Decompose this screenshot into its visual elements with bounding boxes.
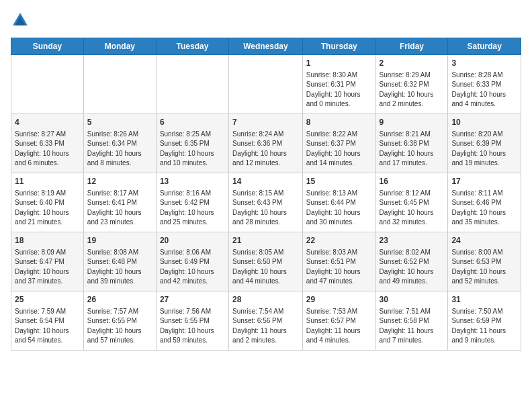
day-number: 25	[15, 294, 80, 306]
day-number: 11	[15, 176, 80, 187]
calendar-cell: 31Sunrise: 7:50 AM Sunset: 6:59 PM Dayli…	[448, 291, 521, 351]
day-number: 29	[306, 294, 372, 306]
calendar-cell: 21Sunrise: 8:05 AM Sunset: 6:50 PM Dayli…	[229, 232, 303, 291]
day-info: Sunrise: 8:06 AM Sunset: 6:49 PM Dayligh…	[160, 248, 225, 287]
day-info: Sunrise: 8:30 AM Sunset: 6:31 PM Dayligh…	[306, 71, 372, 109]
calendar-header: SundayMondayTuesdayWednesdayThursdayFrid…	[11, 38, 521, 55]
calendar-cell: 6Sunrise: 8:25 AM Sunset: 6:35 PM Daylig…	[156, 114, 228, 173]
day-info: Sunrise: 8:08 AM Sunset: 6:48 PM Dayligh…	[87, 248, 152, 287]
logo	[11, 11, 31, 30]
day-info: Sunrise: 8:26 AM Sunset: 6:34 PM Dayligh…	[87, 130, 152, 169]
day-number: 26	[87, 294, 152, 306]
calendar-body: 1Sunrise: 8:30 AM Sunset: 6:31 PM Daylig…	[11, 55, 521, 351]
day-number: 21	[232, 235, 299, 246]
calendar-cell: 30Sunrise: 7:51 AM Sunset: 6:58 PM Dayli…	[375, 291, 448, 351]
calendar-cell: 27Sunrise: 7:56 AM Sunset: 6:55 PM Dayli…	[156, 291, 228, 351]
calendar-cell: 3Sunrise: 8:28 AM Sunset: 6:33 PM Daylig…	[448, 55, 521, 114]
day-number: 23	[380, 235, 445, 246]
day-info: Sunrise: 8:17 AM Sunset: 6:41 PM Dayligh…	[87, 189, 152, 228]
day-number: 12	[87, 176, 152, 187]
day-info: Sunrise: 8:05 AM Sunset: 6:50 PM Dayligh…	[232, 248, 299, 287]
calendar-cell: 7Sunrise: 8:24 AM Sunset: 6:36 PM Daylig…	[229, 114, 303, 173]
calendar-cell: 11Sunrise: 8:19 AM Sunset: 6:40 PM Dayli…	[11, 173, 84, 232]
calendar-cell: 16Sunrise: 8:12 AM Sunset: 6:45 PM Dayli…	[375, 173, 448, 232]
day-number: 18	[15, 235, 80, 246]
weekday-friday: Friday	[375, 38, 448, 55]
page-header	[11, 11, 521, 30]
week-row-1: 4Sunrise: 8:27 AM Sunset: 6:33 PM Daylig…	[11, 114, 521, 173]
day-number: 15	[306, 176, 372, 187]
day-number: 19	[87, 235, 152, 246]
day-number: 20	[160, 235, 225, 246]
week-row-0: 1Sunrise: 8:30 AM Sunset: 6:31 PM Daylig…	[11, 55, 521, 114]
day-number: 22	[306, 235, 372, 246]
weekday-thursday: Thursday	[302, 38, 375, 55]
day-info: Sunrise: 8:24 AM Sunset: 6:36 PM Dayligh…	[232, 130, 299, 169]
weekday-wednesday: Wednesday	[229, 38, 303, 55]
day-number: 6	[160, 117, 225, 128]
calendar-cell: 13Sunrise: 8:16 AM Sunset: 6:42 PM Dayli…	[156, 173, 228, 232]
day-info: Sunrise: 7:53 AM Sunset: 6:57 PM Dayligh…	[306, 307, 372, 346]
day-info: Sunrise: 7:59 AM Sunset: 6:54 PM Dayligh…	[15, 307, 80, 346]
calendar-cell: 8Sunrise: 8:22 AM Sunset: 6:37 PM Daylig…	[302, 114, 375, 173]
day-number: 27	[160, 294, 225, 306]
weekday-header-row: SundayMondayTuesdayWednesdayThursdayFrid…	[11, 38, 521, 55]
day-number: 16	[380, 176, 445, 187]
calendar-table: SundayMondayTuesdayWednesdayThursdayFrid…	[11, 38, 521, 351]
calendar-cell: 19Sunrise: 8:08 AM Sunset: 6:48 PM Dayli…	[83, 232, 156, 291]
day-number: 31	[451, 294, 517, 306]
day-number: 8	[306, 117, 372, 128]
calendar-cell: 10Sunrise: 8:20 AM Sunset: 6:39 PM Dayli…	[448, 114, 521, 173]
calendar-cell: 1Sunrise: 8:30 AM Sunset: 6:31 PM Daylig…	[302, 55, 375, 114]
day-info: Sunrise: 8:09 AM Sunset: 6:47 PM Dayligh…	[15, 248, 80, 287]
day-info: Sunrise: 7:51 AM Sunset: 6:58 PM Dayligh…	[380, 307, 445, 346]
day-number: 5	[87, 117, 152, 128]
day-info: Sunrise: 8:02 AM Sunset: 6:52 PM Dayligh…	[380, 248, 445, 287]
day-info: Sunrise: 7:56 AM Sunset: 6:55 PM Dayligh…	[160, 307, 225, 346]
calendar-cell: 22Sunrise: 8:03 AM Sunset: 6:51 PM Dayli…	[302, 232, 375, 291]
day-number: 9	[380, 117, 445, 128]
day-info: Sunrise: 8:27 AM Sunset: 6:33 PM Dayligh…	[15, 130, 80, 169]
weekday-tuesday: Tuesday	[156, 38, 228, 55]
day-info: Sunrise: 8:13 AM Sunset: 6:44 PM Dayligh…	[306, 189, 372, 228]
day-number: 2	[380, 58, 445, 69]
day-info: Sunrise: 8:20 AM Sunset: 6:39 PM Dayligh…	[451, 130, 517, 169]
day-info: Sunrise: 8:16 AM Sunset: 6:42 PM Dayligh…	[160, 189, 225, 228]
day-number: 4	[15, 117, 80, 128]
day-info: Sunrise: 8:11 AM Sunset: 6:46 PM Dayligh…	[451, 189, 517, 228]
day-number: 13	[160, 176, 225, 187]
calendar-cell: 15Sunrise: 8:13 AM Sunset: 6:44 PM Dayli…	[302, 173, 375, 232]
calendar-cell	[156, 55, 228, 114]
day-number: 3	[451, 58, 517, 69]
day-info: Sunrise: 8:15 AM Sunset: 6:43 PM Dayligh…	[232, 189, 299, 228]
calendar-cell: 24Sunrise: 8:00 AM Sunset: 6:53 PM Dayli…	[448, 232, 521, 291]
calendar-cell	[11, 55, 84, 114]
day-number: 30	[380, 294, 445, 306]
logo-icon	[11, 11, 30, 30]
day-number: 24	[451, 235, 517, 246]
calendar-cell: 2Sunrise: 8:29 AM Sunset: 6:32 PM Daylig…	[375, 55, 448, 114]
week-row-2: 11Sunrise: 8:19 AM Sunset: 6:40 PM Dayli…	[11, 173, 521, 232]
day-info: Sunrise: 7:54 AM Sunset: 6:56 PM Dayligh…	[232, 307, 299, 346]
calendar-cell: 20Sunrise: 8:06 AM Sunset: 6:49 PM Dayli…	[156, 232, 228, 291]
day-info: Sunrise: 8:22 AM Sunset: 6:37 PM Dayligh…	[306, 130, 372, 169]
day-info: Sunrise: 8:28 AM Sunset: 6:33 PM Dayligh…	[451, 71, 517, 109]
calendar-cell: 23Sunrise: 8:02 AM Sunset: 6:52 PM Dayli…	[375, 232, 448, 291]
day-number: 1	[306, 58, 372, 69]
day-number: 14	[232, 176, 299, 187]
day-info: Sunrise: 7:50 AM Sunset: 6:59 PM Dayligh…	[451, 307, 517, 346]
day-info: Sunrise: 8:12 AM Sunset: 6:45 PM Dayligh…	[380, 189, 445, 228]
day-info: Sunrise: 8:21 AM Sunset: 6:38 PM Dayligh…	[380, 130, 445, 169]
weekday-saturday: Saturday	[448, 38, 521, 55]
calendar-cell: 9Sunrise: 8:21 AM Sunset: 6:38 PM Daylig…	[375, 114, 448, 173]
calendar-cell: 18Sunrise: 8:09 AM Sunset: 6:47 PM Dayli…	[11, 232, 84, 291]
calendar-cell: 29Sunrise: 7:53 AM Sunset: 6:57 PM Dayli…	[302, 291, 375, 351]
calendar-cell: 4Sunrise: 8:27 AM Sunset: 6:33 PM Daylig…	[11, 114, 84, 173]
day-info: Sunrise: 8:03 AM Sunset: 6:51 PM Dayligh…	[306, 248, 372, 287]
calendar-cell	[229, 55, 303, 114]
weekday-sunday: Sunday	[11, 38, 84, 55]
calendar-cell: 12Sunrise: 8:17 AM Sunset: 6:41 PM Dayli…	[83, 173, 156, 232]
calendar-cell	[83, 55, 156, 114]
weekday-monday: Monday	[83, 38, 156, 55]
calendar-cell: 26Sunrise: 7:57 AM Sunset: 6:55 PM Dayli…	[83, 291, 156, 351]
